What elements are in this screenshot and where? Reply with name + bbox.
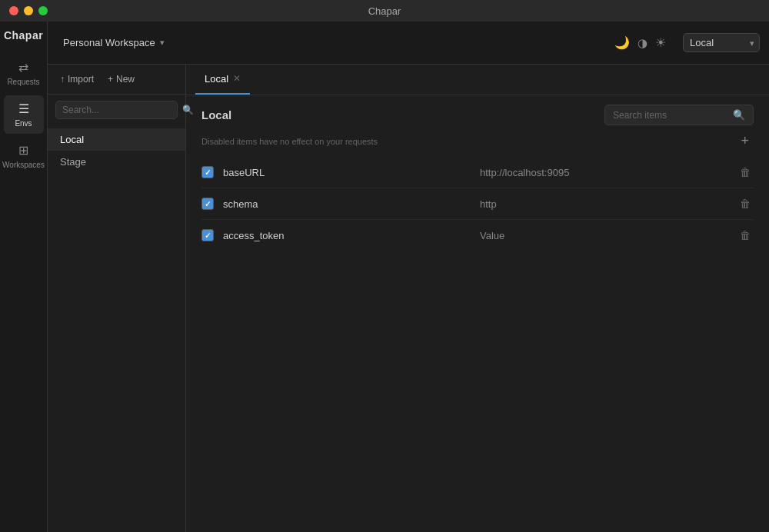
content-panel: Local 🔍 Disabled items have no effect on… (186, 95, 769, 532)
traffic-lights (9, 6, 48, 15)
close-button[interactable] (9, 6, 18, 15)
title-bar: Chapar (0, 0, 769, 22)
tab-close-icon[interactable]: ✕ (233, 74, 241, 83)
app-logo: Chapar (4, 29, 43, 42)
upload-icon: ↑ (60, 74, 65, 85)
tabs-bar: Local ✕ (186, 65, 769, 95)
requests-icon: ⇄ (18, 60, 28, 75)
envs-icon: ☰ (18, 101, 29, 116)
item-value-2: Value (480, 230, 727, 241)
add-item-button[interactable]: + (736, 131, 754, 151)
secondary-sidebar: ↑ Import + New 🔍 Local (48, 65, 186, 532)
item-key-1: schema (223, 198, 471, 210)
table-row: access_token Value 🗑 (201, 220, 754, 251)
theme-controls: 🌙 ◑ ☀ (613, 34, 667, 52)
items-table: baseURL http://localhost:9095 🗑 schema h… (186, 157, 769, 532)
plus-icon: + (108, 74, 113, 85)
content-area: ↑ Import + New 🔍 Local (48, 65, 769, 532)
minimize-button[interactable] (24, 6, 33, 15)
main-content: Local ✕ Local 🔍 Disabled items have (186, 65, 769, 532)
sidebar-search-box: 🔍 (55, 101, 178, 119)
workspace-name: Personal Workspace (63, 37, 155, 48)
env-item-label: Stage (60, 156, 86, 168)
main-area: Personal Workspace ▾ 🌙 ◑ ☀ Local Stage (48, 22, 769, 532)
env-select[interactable]: Local Stage (683, 33, 760, 52)
delete-item-1-icon[interactable]: 🗑 (737, 196, 754, 211)
envs-label: Envs (15, 119, 32, 128)
import-label: Import (68, 74, 94, 85)
env-item-label: Local (60, 134, 84, 145)
workspaces-label: Workspaces (2, 161, 45, 169)
workspace-selector[interactable]: Personal Workspace ▾ (57, 34, 171, 52)
requests-label: Requests (7, 78, 39, 86)
content-header: Local 🔍 (186, 95, 769, 131)
sidebar-search-input[interactable] (62, 105, 178, 115)
app-layout: Chapar ⇄ Requests ☰ Envs ⊞ Workspaces Pe… (0, 22, 769, 532)
import-button[interactable]: ↑ Import (55, 71, 98, 88)
sidebar-item-workspaces[interactable]: ⊞ Workspaces (4, 137, 44, 175)
items-search-box: 🔍 (604, 105, 754, 125)
item-value-1: http (480, 198, 727, 210)
sidebar-item-envs[interactable]: ☰ Envs (4, 95, 44, 134)
workspaces-icon: ⊞ (18, 143, 28, 158)
tab-local[interactable]: Local ✕ (195, 65, 250, 95)
light-theme-button[interactable]: ☀ (654, 34, 667, 52)
toolbar: Personal Workspace ▾ 🌙 ◑ ☀ Local Stage (48, 22, 769, 65)
env-list-item-stage[interactable]: Stage (48, 151, 185, 173)
window-title: Chapar (368, 5, 401, 17)
icon-nav: Chapar ⇄ Requests ☰ Envs ⊞ Workspaces (0, 22, 48, 532)
auto-theme-button[interactable]: ◑ (636, 35, 649, 52)
table-row: schema http 🗑 (201, 188, 754, 220)
content-title: Local (201, 108, 231, 121)
items-search-icon: 🔍 (733, 109, 745, 121)
disabled-notice: Disabled items have no effect on your re… (201, 137, 378, 146)
item-key-0: baseURL (223, 167, 471, 178)
maximize-button[interactable] (38, 6, 48, 15)
items-search-input[interactable] (613, 110, 728, 121)
item-checkbox-1[interactable] (201, 198, 214, 210)
new-button[interactable]: + New (103, 71, 139, 88)
delete-item-0-icon[interactable]: 🗑 (737, 165, 754, 180)
env-select-wrapper: Local Stage (683, 33, 760, 52)
item-key-2: access_token (223, 230, 471, 241)
item-value-0: http://localhost:9095 (480, 167, 727, 178)
table-row: baseURL http://localhost:9095 🗑 (201, 157, 754, 188)
item-checkbox-0[interactable] (201, 166, 214, 178)
env-list: Local Stage (48, 125, 185, 532)
item-checkbox-2[interactable] (201, 229, 214, 241)
env-list-item-local[interactable]: Local (48, 128, 185, 151)
chevron-down-icon: ▾ (160, 38, 165, 48)
secondary-toolbar: ↑ Import + New (48, 65, 185, 95)
tab-label: Local (205, 73, 228, 85)
new-label: New (116, 74, 135, 85)
delete-item-2-icon[interactable]: 🗑 (737, 228, 754, 243)
sidebar-item-requests[interactable]: ⇄ Requests (4, 54, 44, 92)
dark-theme-button[interactable]: 🌙 (613, 34, 631, 52)
